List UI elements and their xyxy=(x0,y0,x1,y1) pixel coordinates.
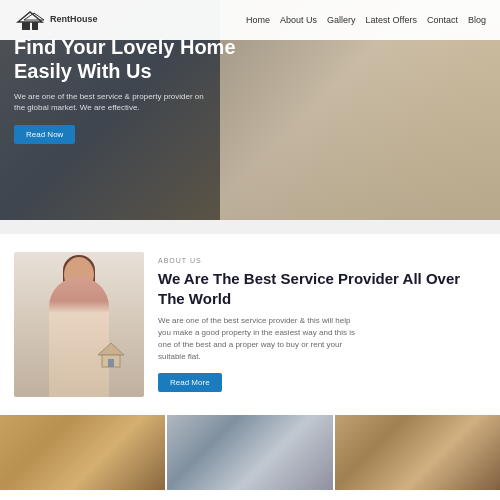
logo-icon xyxy=(14,8,46,32)
gallery-section xyxy=(0,415,500,490)
about-read-more-button[interactable]: Read More xyxy=(158,373,222,392)
woman-body xyxy=(49,277,109,397)
svg-rect-6 xyxy=(108,359,114,367)
gallery-image-1 xyxy=(0,415,165,490)
hero-subtitle: We are one of the best service & propert… xyxy=(14,91,204,113)
hero-cta-button[interactable]: Read Now xyxy=(14,125,75,144)
nav-links: Home About Us Gallery Latest Offers Cont… xyxy=(246,15,486,25)
hero-title: Find Your Lovely Home Easily With Us xyxy=(14,35,254,83)
about-image xyxy=(14,252,144,397)
gallery-image-3 xyxy=(335,415,500,490)
logo-text: RentHouse xyxy=(50,15,98,25)
nav-home[interactable]: Home xyxy=(246,15,270,25)
gallery-item-1[interactable] xyxy=(0,415,165,490)
about-woman-image xyxy=(14,252,144,397)
logo[interactable]: RentHouse xyxy=(14,8,98,32)
gallery-item-3[interactable] xyxy=(335,415,500,490)
about-tag: ABOUT US xyxy=(158,257,486,264)
house-model-icon xyxy=(96,341,126,369)
gallery-image-2 xyxy=(167,415,332,490)
svg-marker-4 xyxy=(98,343,124,355)
about-description: We are one of the best service provider … xyxy=(158,315,358,363)
nav-blog[interactable]: Blog xyxy=(468,15,486,25)
nav-about[interactable]: About Us xyxy=(280,15,317,25)
nav-contact[interactable]: Contact xyxy=(427,15,458,25)
about-title: We Are The Best Service Provider All Ove… xyxy=(158,269,486,308)
navbar: RentHouse Home About Us Gallery Latest O… xyxy=(0,0,500,40)
about-section: ABOUT US We Are The Best Service Provide… xyxy=(0,234,500,415)
nav-gallery[interactable]: Gallery xyxy=(327,15,356,25)
gallery-item-2[interactable] xyxy=(167,415,332,490)
svg-rect-2 xyxy=(32,22,38,30)
nav-offers[interactable]: Latest Offers xyxy=(366,15,417,25)
section-separator xyxy=(0,220,500,234)
hero-content: Find Your Lovely Home Easily With Us We … xyxy=(14,35,254,144)
svg-rect-1 xyxy=(22,22,30,30)
about-content: ABOUT US We Are The Best Service Provide… xyxy=(158,257,486,392)
